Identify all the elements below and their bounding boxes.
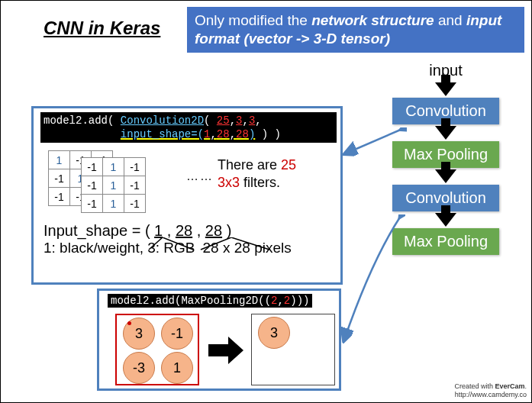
filter-grid-front: -11-1 -11-1 -11-1 (81, 157, 146, 213)
banner: Only modified the network structure and … (187, 7, 524, 53)
pool-val: 1 (161, 352, 193, 384)
arrow-icon (435, 126, 456, 140)
big-arrow-icon (208, 335, 245, 369)
banner-text-1: Only modified the (195, 12, 311, 28)
banner-text-2: and (434, 12, 466, 28)
brace-arrow-icon (147, 237, 285, 251)
flow-pool-2: Max Pooling (392, 228, 499, 255)
footer-credit: Created with EverCam. http://www.camdemy… (454, 382, 527, 399)
code-conv: model2.add( Convolution2D( 25,3,3, input… (40, 112, 337, 143)
code-pool: model2.add(MaxPooling2D((2,2))) (108, 294, 312, 308)
pool-input-box: 3 -1 -3 1 (115, 314, 199, 385)
red-dot-icon (127, 321, 131, 325)
pool-out-val: 3 (258, 317, 290, 349)
pool-output-box: 3 (251, 314, 335, 385)
input-shape-explain: Input_shape = ( 1 , 28 , 28 ) 1: black/w… (44, 222, 292, 256)
ellipsis: …… (186, 169, 214, 183)
connector-arrow-2 (341, 214, 405, 344)
banner-bold-1: network structure (311, 12, 434, 28)
arrow-icon (435, 82, 456, 96)
slide-title: CNN in Keras (44, 18, 160, 39)
connector-arrow-1 (343, 127, 407, 158)
arrow-icon (435, 169, 456, 183)
arrow-icon (435, 213, 456, 227)
pool-val: -1 (161, 318, 193, 350)
filter-caption: There are 25 3x3 filters. (218, 156, 296, 192)
pool-val: -3 (123, 352, 155, 384)
pool-diagram: 3 -1 -3 1 3 (115, 314, 337, 387)
